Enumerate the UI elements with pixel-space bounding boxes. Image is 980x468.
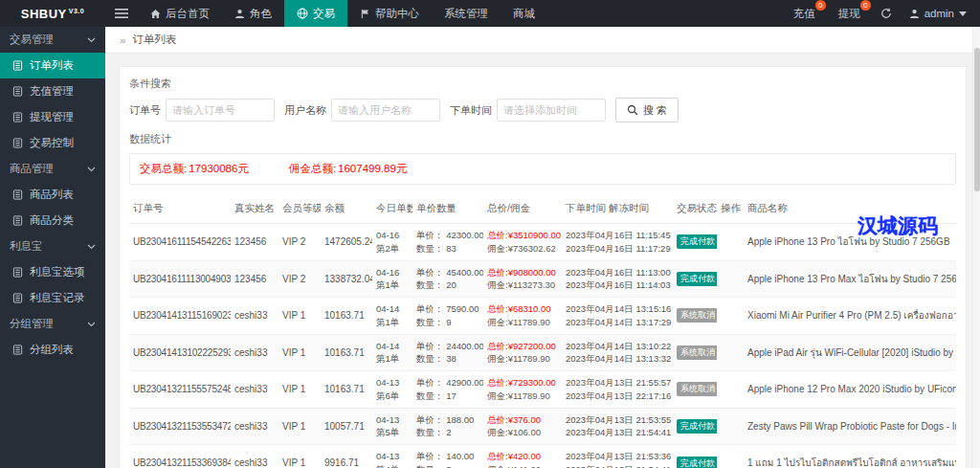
interest-option-icon	[12, 267, 23, 278]
globe-icon	[297, 8, 308, 19]
sidebar-item[interactable]: 利息宝记录	[0, 285, 105, 311]
level-cell: VIP 1	[278, 445, 321, 468]
sidebar-item[interactable]: 商品列表	[0, 182, 105, 208]
top-nav-item[interactable]: 商城	[501, 0, 547, 27]
stats-section-title: 数据统计	[129, 132, 956, 146]
top-nav-label: 角色	[250, 7, 272, 21]
home-icon	[150, 9, 161, 19]
orders-table-body: UB23041611154542263 123456 VIP 2 1472605…	[129, 224, 956, 468]
sidebar-item[interactable]: 提现管理	[0, 104, 105, 130]
status-cell: 系统取消	[673, 371, 717, 409]
balance-cell: 10163.71	[321, 371, 372, 409]
order-no-cell: UB23041611154542263	[129, 224, 231, 261]
real-name-cell: ceshi33	[231, 445, 278, 468]
sidebar-item[interactable]: 商品分类	[0, 208, 105, 234]
balance-cell: 10163.71	[321, 298, 372, 335]
sidebar-section[interactable]: 交易管理	[0, 27, 105, 53]
balance-cell: 1472605.24	[321, 224, 372, 261]
action-cell	[717, 408, 744, 445]
sidebar-item[interactable]: 利息宝选项	[0, 259, 105, 285]
chevron-down-icon	[87, 322, 96, 327]
username-input[interactable]	[331, 99, 440, 122]
total-commission-cell: 总价:¥3510900.00佣金:¥736302.62	[483, 224, 562, 261]
sidebar-item[interactable]: 充值管理	[0, 78, 105, 104]
status-cell: 系统取消	[673, 334, 717, 371]
product-name-cell: Apple iPad Air รุ่น WiFi-Cellular [2020]…	[744, 334, 956, 371]
top-nav-item[interactable]: 角色	[222, 0, 284, 27]
table-row: UB23041611113004903 123456 VIP 2 1338732…	[129, 260, 956, 298]
sidebar-item-label: 充值管理	[30, 84, 74, 99]
status-cell: 完成付款	[673, 260, 717, 298]
order-list-icon	[12, 60, 23, 71]
table-row: UB23041413102225293 ceshi33 VIP 1 10163.…	[129, 334, 956, 371]
sidebar-menu: 交易管理 订单列表 充值管理 提现管理 交易控制 商品管理 商品列表 商品分类 …	[0, 27, 105, 363]
refresh-button[interactable]	[872, 0, 901, 27]
sidebar-item-label: 商品分类	[30, 213, 74, 228]
sidebar-section[interactable]: 分组管理	[0, 311, 105, 337]
sidebar-section-title: 交易管理	[10, 33, 54, 47]
sidebar-item[interactable]: 分组列表	[0, 337, 105, 363]
order-no-input[interactable]	[166, 99, 275, 122]
scrollbar-thumb[interactable]	[974, 48, 980, 191]
action-cell	[717, 371, 744, 409]
action-cell	[717, 224, 744, 261]
content: 条件搜索 订单号 用户名称 下单时间 搜 索	[105, 54, 980, 468]
today-cell: 04-13第6单	[372, 371, 412, 409]
product-list-icon	[12, 189, 23, 200]
caret-down-icon	[959, 11, 967, 16]
total-commission-cell: 总价:¥927200.00佣金:¥11789.90	[483, 334, 562, 371]
price-qty-cell: 单价： 45400.00数量： 20	[412, 260, 483, 298]
order-time-field: 下单时间	[450, 99, 606, 122]
search-icon	[627, 104, 638, 116]
sidebar-section[interactable]: 商品管理	[0, 156, 105, 182]
user-icon	[234, 9, 245, 19]
admin-menu[interactable]: admin	[901, 8, 972, 19]
main-area: » 订单列表 条件搜索 订单号 用户名称 下单时间	[105, 0, 980, 468]
hamburger-icon	[115, 8, 128, 19]
order-list-card: 条件搜索 订单号 用户名称 下单时间 搜 索	[119, 66, 967, 468]
topbar-action[interactable]: 提现 0	[827, 0, 872, 27]
column-header: 余额	[321, 194, 372, 224]
search-button[interactable]: 搜 索	[615, 98, 679, 123]
sidebar-toggle-button[interactable]	[105, 0, 138, 27]
column-header: 商品名称	[744, 194, 956, 224]
table-row: UB23041321155575248 ceshi33 VIP 1 10163.…	[129, 371, 956, 409]
column-header: 会员等级	[278, 194, 321, 224]
today-cell: 04-13第5单	[372, 408, 412, 445]
order-time-input[interactable]	[497, 99, 606, 122]
level-cell: VIP 1	[278, 334, 321, 371]
top-nav-item[interactable]: 后台首页	[138, 0, 222, 27]
table-row: UB23041321153553472 ceshi33 VIP 1 10057.…	[129, 408, 956, 445]
balance-cell: 1338732.04	[321, 260, 372, 298]
status-badge: 完成付款	[677, 272, 717, 286]
trade-total: 交易总额:17930086元	[140, 162, 249, 176]
product-name-cell: Apple iPhone 13 Pro Max ไอโฟน by Studio …	[744, 260, 956, 298]
balance-cell: 9916.71	[321, 445, 372, 468]
flag-icon	[360, 9, 370, 19]
top-nav-item[interactable]: 交易	[284, 0, 347, 27]
balance-cell: 10057.71	[321, 408, 372, 445]
interest-record-icon	[12, 293, 23, 303]
price-qty-cell: 单价： 24400.00数量： 38	[412, 334, 483, 371]
table-header-row: 订单号真实姓名会员等级余额今日单数单价数量总价/佣金下单时间 解冻时间交易状态操…	[129, 194, 956, 224]
sidebar-section[interactable]: 利息宝	[0, 234, 105, 259]
withdraw-icon	[12, 112, 23, 123]
action-cell	[717, 298, 744, 335]
sidebar-item[interactable]: 交易控制	[0, 130, 105, 156]
table-row: UB23041611154542263 123456 VIP 2 1472605…	[129, 224, 956, 261]
action-cell	[717, 260, 744, 298]
stats-box: 交易总额:17930086元 佣金总额:1607499.89元	[129, 153, 956, 185]
top-nav-item[interactable]: 帮助中心	[347, 0, 432, 27]
sidebar-item[interactable]: 订单列表	[0, 53, 105, 78]
table-row: UB23041413115169023 ceshi33 VIP 1 10163.…	[129, 298, 956, 335]
scrollbar[interactable]	[972, 27, 980, 468]
recharge-icon	[12, 86, 23, 97]
breadcrumb-current: 订单列表	[132, 33, 176, 47]
search-section-title: 条件搜索	[129, 77, 956, 91]
price-qty-cell: 单价： 42300.00数量： 83	[412, 224, 483, 261]
top-nav-item[interactable]: 系统管理	[432, 0, 501, 27]
breadcrumb: » 订单列表	[105, 27, 980, 54]
time-cell: 2023年04月13日 21:53:362023年04月13日 21:54:41	[562, 445, 673, 468]
topbar-action[interactable]: 充值 0	[782, 0, 827, 27]
topbar: SHBUYV3.0 后台首页 角色 交易 帮助中心 系统管理 商城 充值 0 提…	[0, 0, 980, 27]
